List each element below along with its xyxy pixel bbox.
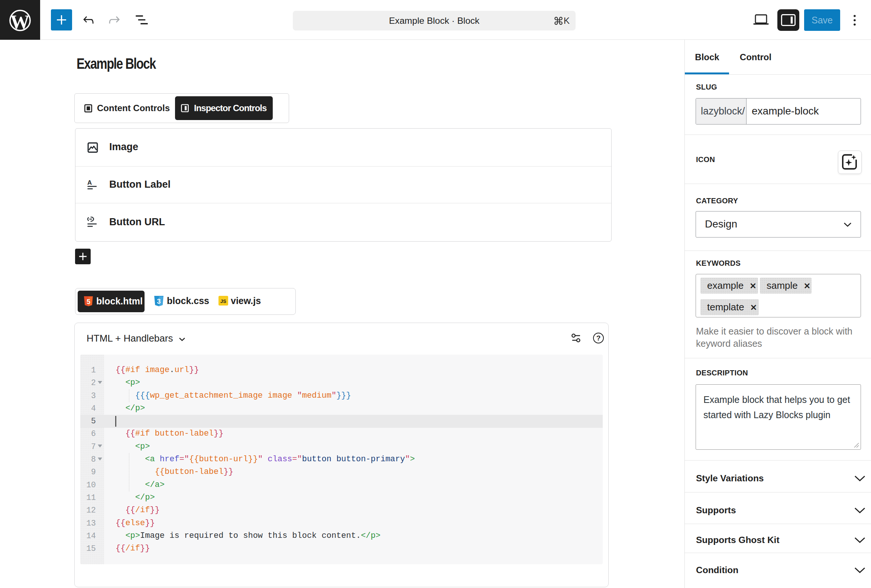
svg-text:5: 5 xyxy=(87,298,90,305)
svg-text:W: W xyxy=(10,12,30,33)
svg-text:A: A xyxy=(87,179,92,186)
svg-text:JS: JS xyxy=(220,298,226,304)
svg-text:3: 3 xyxy=(157,297,160,305)
